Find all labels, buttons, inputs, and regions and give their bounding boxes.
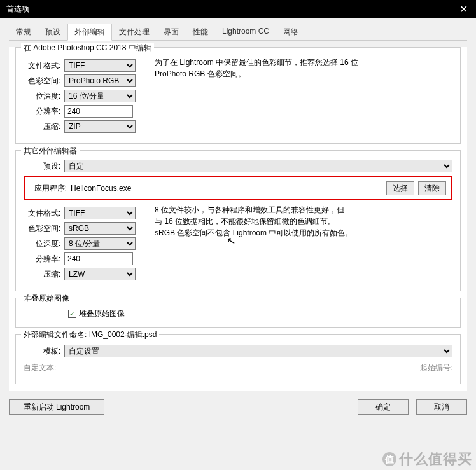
tab-presets[interactable]: 预设 (38, 24, 67, 41)
label-template: 模板: (24, 346, 64, 357)
hint-photoshop: 为了在 Lightroom 中保留最佳的色彩细节，推荐您选择 16 位 ProP… (155, 57, 365, 135)
label-file-format-ps: 文件格式: (24, 60, 64, 71)
panel-stack: 堆叠原始图像 ✓ 堆叠原始图像 (15, 298, 461, 328)
select-file-format-ps[interactable]: TIFF (64, 59, 136, 72)
tab-general[interactable]: 常规 (9, 24, 38, 41)
select-preset[interactable]: 自定 (64, 160, 452, 172)
input-resolution-ext[interactable] (64, 252, 133, 265)
tab-network[interactable]: 网络 (276, 24, 305, 41)
label-file-format-ext: 文件格式: (24, 208, 64, 219)
label-compression-ext: 压缩: (24, 269, 64, 280)
select-color-space-ps[interactable]: ProPhoto RGB (64, 74, 136, 87)
label-compression-ps: 压缩: (24, 121, 64, 132)
close-icon[interactable]: ✕ (451, 0, 476, 18)
label-resolution-ps: 分辨率: (24, 106, 64, 117)
panel-title-naming: 外部编辑文件命名: IMG_0002-编辑.psd (21, 329, 159, 340)
select-color-space-ext[interactable]: sRGB (64, 222, 136, 235)
tab-external-edit[interactable]: 外部编辑 (67, 24, 112, 41)
bottom-bar: 重新启动 Lightroom 确定 取消 (9, 399, 467, 415)
label-color-space-ext: 色彩空间: (24, 223, 64, 234)
cancel-button[interactable]: 取消 (416, 399, 467, 415)
label-color-space-ps: 色彩空间: (24, 76, 64, 86)
ok-button[interactable]: 确定 (358, 399, 409, 415)
label-resolution-ext: 分辨率: (24, 254, 64, 265)
checkbox-stack[interactable]: ✓ (68, 310, 76, 318)
restart-lightroom-button[interactable]: 重新启动 Lightroom (9, 399, 104, 415)
tabs: 常规 预设 外部编辑 文件处理 界面 性能 Lightroom CC 网络 (9, 24, 467, 41)
select-compression-ps[interactable]: ZIP (64, 120, 136, 133)
panel-title-external: 其它外部编辑器 (21, 146, 80, 156)
tab-file-handling[interactable]: 文件处理 (112, 24, 157, 41)
content: 在 Adobe Photoshop CC 2018 中编辑 文件格式: TIFF… (9, 47, 467, 391)
panel-title-stack: 堆叠原始图像 (21, 293, 72, 304)
clear-button[interactable]: 清除 (418, 181, 446, 195)
select-bit-depth-ps[interactable]: 16 位/分量 (64, 90, 136, 102)
titlebar: 首选项 ✕ (0, 0, 476, 18)
select-bit-depth-ext[interactable]: 8 位/分量 (64, 237, 136, 250)
checkbox-stack-label: 堆叠原始图像 (79, 308, 125, 319)
select-file-format-ext[interactable]: TIFF (64, 207, 136, 219)
panel-photoshop: 在 Adobe Photoshop CC 2018 中编辑 文件格式: TIFF… (15, 47, 461, 144)
label-application: 应用程序: (30, 183, 71, 194)
choose-button[interactable]: 选择 (386, 181, 414, 195)
tab-interface[interactable]: 界面 (157, 24, 186, 41)
window-title: 首选项 (6, 4, 29, 15)
tab-lightroom-cc[interactable]: Lightroom CC (215, 24, 276, 41)
input-resolution-ps[interactable] (64, 105, 133, 118)
tab-performance[interactable]: 性能 (186, 24, 215, 41)
label-bit-depth-ext: 位深度: (24, 238, 64, 249)
label-custom-text: 自定文本: (24, 363, 59, 373)
panel-naming: 外部编辑文件命名: IMG_0002-编辑.psd 模板: 自定设置 自定文本:… (15, 334, 461, 384)
label-start-number: 起始编号: (420, 363, 452, 373)
hint-external: 8 位文件较小，与各种程序和增效工具的兼容性更好，但 与 16 位数据相比，不能… (155, 204, 353, 283)
select-template[interactable]: 自定设置 (64, 345, 452, 357)
panel-title-photoshop: 在 Adobe Photoshop CC 2018 中编辑 (21, 43, 154, 53)
application-path: HeliconFocus.exe (71, 184, 386, 193)
application-row-highlight: 应用程序: HeliconFocus.exe 选择 清除 (24, 176, 452, 200)
panel-external-editor: 其它外部编辑器 预设: 自定 应用程序: HeliconFocus.exe 选择… (15, 150, 461, 291)
select-compression-ext[interactable]: LZW (64, 268, 136, 280)
label-preset: 预设: (24, 161, 64, 172)
watermark: 值 什么值得买 (382, 450, 472, 469)
label-bit-depth-ps: 位深度: (24, 91, 64, 102)
